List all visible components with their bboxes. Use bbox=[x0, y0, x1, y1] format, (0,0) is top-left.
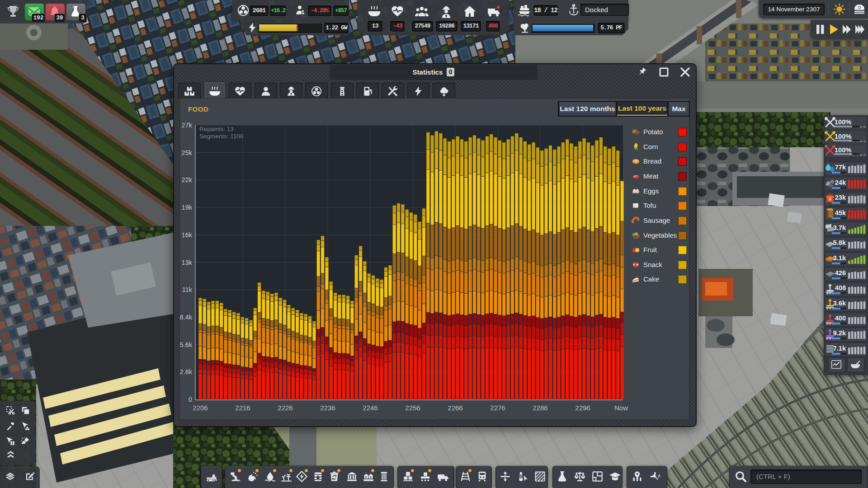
svg-text:2236: 2236 bbox=[320, 404, 335, 412]
svg-text:27k: 27k bbox=[182, 122, 193, 129]
svg-text:2266: 2266 bbox=[448, 404, 462, 412]
svg-text:13k: 13k bbox=[182, 259, 193, 266]
svg-text:2296: 2296 bbox=[575, 404, 590, 412]
svg-text:2226: 2226 bbox=[278, 404, 292, 412]
svg-text:25k: 25k bbox=[182, 149, 193, 156]
svg-text:Now: Now bbox=[614, 404, 628, 412]
svg-text:0: 0 bbox=[189, 396, 192, 403]
svg-text:Segments: 1100: Segments: 1100 bbox=[199, 133, 243, 140]
svg-text:2256: 2256 bbox=[405, 404, 420, 412]
svg-text:2276: 2276 bbox=[490, 404, 505, 412]
svg-text:19k: 19k bbox=[182, 204, 193, 211]
svg-text:2.8k: 2.8k bbox=[180, 368, 193, 375]
svg-text:Repaints: 13: Repaints: 13 bbox=[199, 126, 234, 132]
svg-text:2216: 2216 bbox=[235, 404, 250, 412]
svg-text:2206: 2206 bbox=[193, 404, 208, 412]
svg-text:8.4k: 8.4k bbox=[180, 314, 193, 321]
svg-text:5.6k: 5.6k bbox=[180, 341, 193, 348]
svg-text:16k: 16k bbox=[182, 231, 193, 239]
svg-text:2246: 2246 bbox=[363, 404, 377, 412]
svg-text:11k: 11k bbox=[182, 286, 193, 293]
svg-text:2286: 2286 bbox=[533, 404, 547, 412]
svg-text:22k: 22k bbox=[182, 176, 193, 183]
